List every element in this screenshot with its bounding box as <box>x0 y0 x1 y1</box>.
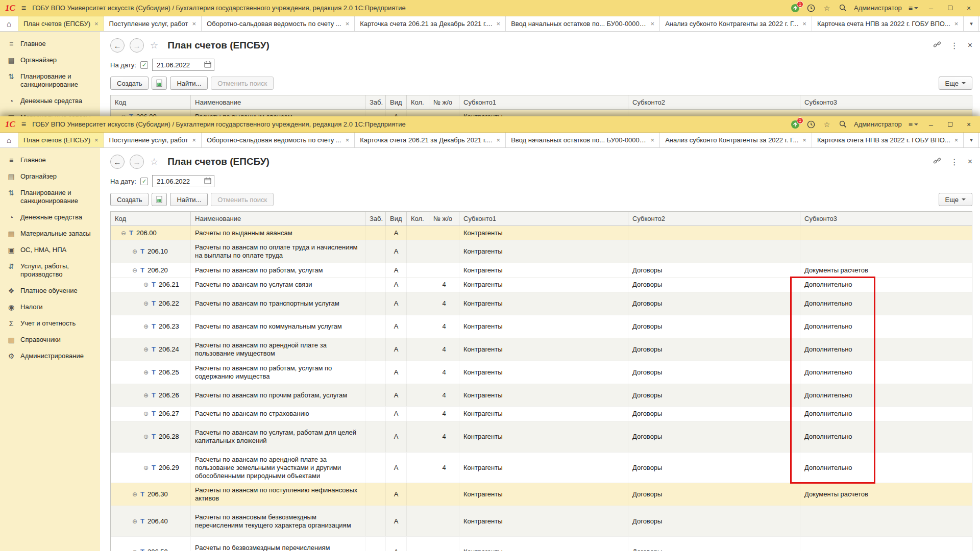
main-menu-icon[interactable]: ≡ <box>21 4 26 13</box>
column-header[interactable]: № ж/о <box>429 95 459 110</box>
tools-settings-icon[interactable]: ≡ <box>909 120 918 129</box>
search-icon[interactable] <box>838 4 847 13</box>
home-tab[interactable]: ⌂ <box>0 16 18 31</box>
tree-expand-icon[interactable]: ⊕ <box>143 345 149 354</box>
create-button[interactable]: Создать <box>110 77 149 90</box>
sidebar-item-organizer[interactable]: ▤Органайзер <box>0 52 100 68</box>
table-row[interactable]: ⊖Т206.00Расчеты по выданным авансамАКонт… <box>111 110 972 116</box>
table-row[interactable]: ⊕Т206.10Расчеты по авансам по оплате тру… <box>111 240 972 263</box>
restore-icon[interactable] <box>944 122 956 127</box>
link-icon[interactable] <box>933 157 941 167</box>
table-row[interactable]: ⊕Т206.29Расчеты по авансам по арендной п… <box>111 453 972 483</box>
date-checkbox[interactable]: ✓ <box>140 178 148 185</box>
table-row[interactable]: ⊕Т206.27Расчеты по авансам по страховани… <box>111 407 972 421</box>
sidebar-item-inventory[interactable]: ▦Материальные запасы <box>0 109 100 116</box>
tab-overflow-icon[interactable]: ▾ <box>964 16 979 31</box>
tab[interactable]: Оборотно-сальдовая ведомость по счету ..… <box>202 16 355 31</box>
tab-overflow-icon[interactable]: ▾ <box>964 133 979 147</box>
tab-close-icon[interactable]: × <box>94 136 99 144</box>
column-header[interactable]: Код <box>111 95 191 110</box>
sidebar-item-money[interactable]: ◔Денежные средства <box>0 209 100 226</box>
tab-close-icon[interactable]: × <box>954 20 959 28</box>
tree-collapse-icon[interactable]: ⊖ <box>132 266 137 274</box>
tab-close-icon[interactable]: × <box>346 20 350 28</box>
tab-close-icon[interactable]: × <box>651 20 655 28</box>
tab[interactable]: Ввод начальных остатков по... БУ00-00001… <box>506 133 660 147</box>
link-icon[interactable] <box>933 40 941 51</box>
history-icon[interactable] <box>806 4 816 13</box>
favorites-star-icon[interactable]: ☆ <box>822 120 831 129</box>
table-row[interactable]: ⊕Т206.25Расчеты по авансам по работам, у… <box>111 361 972 384</box>
table-row[interactable]: ⊕Т206.26Расчеты по авансам по прочим раб… <box>111 384 972 407</box>
tree-collapse-icon[interactable]: ⊖ <box>121 113 126 117</box>
tab-close-icon[interactable]: × <box>802 136 806 144</box>
sidebar-item-fixed-assets[interactable]: ▣ОС, НМА, НПА <box>0 242 100 258</box>
forward-button[interactable]: → <box>130 155 144 169</box>
tree-expand-icon[interactable]: ⊕ <box>143 322 149 331</box>
cancel-search-button[interactable]: Отменить поиск <box>211 193 274 206</box>
column-header[interactable]: Субконто1 <box>459 212 628 226</box>
current-user[interactable]: Администратор <box>854 120 902 128</box>
column-header[interactable]: Субконто2 <box>628 212 800 226</box>
service-messages-icon[interactable]: 1 <box>791 120 800 129</box>
sidebar-item-money[interactable]: ◔Денежные средства <box>0 93 100 109</box>
sidebar-item-taxes[interactable]: ◉Налоги <box>0 299 100 315</box>
close-form-icon[interactable]: × <box>968 41 972 50</box>
column-header[interactable]: Код <box>111 212 191 226</box>
tab-close-icon[interactable]: × <box>497 20 501 28</box>
table-row[interactable]: ⊖Т206.00Расчеты по выданным авансамАКонт… <box>111 226 972 240</box>
create-group-button[interactable] <box>152 193 167 206</box>
tab[interactable]: Карточка счета НПВ за 2022 г. ГОБУ ВПО..… <box>812 16 964 31</box>
tab[interactable]: Анализ субконто Контрагенты за 2022 г. Г… <box>660 133 812 147</box>
table-row[interactable]: ⊕Т206.28Расчеты по авансам по услугам, р… <box>111 421 972 453</box>
sidebar-item-reporting[interactable]: ΣУчет и отчетность <box>0 315 100 332</box>
close-form-icon[interactable]: × <box>968 157 972 166</box>
forward-button[interactable]: → <box>130 38 144 53</box>
column-header[interactable]: Кол. <box>407 212 429 226</box>
search-icon[interactable] <box>838 120 847 129</box>
sidebar-item-administration[interactable]: ⚙Администрирование <box>0 348 100 364</box>
more-button[interactable]: Еще <box>939 77 972 90</box>
calendar-icon[interactable] <box>204 177 211 186</box>
tree-expand-icon[interactable]: ⊕ <box>132 490 137 498</box>
date-input[interactable]: 21.06.2022 <box>152 59 214 71</box>
tab[interactable]: Анализ субконто Контрагенты за 2022 г. Г… <box>660 16 812 31</box>
sidebar-item-education[interactable]: ❖Платное обучение <box>0 283 100 299</box>
tree-expand-icon[interactable]: ⊕ <box>143 281 149 289</box>
tab[interactable]: Поступление услуг, работ× <box>104 16 202 31</box>
tab-close-icon[interactable]: × <box>192 136 197 144</box>
favorites-star-icon[interactable]: ☆ <box>822 4 831 13</box>
home-tab[interactable]: ⌂ <box>0 133 18 147</box>
sidebar-item-services[interactable]: ⇵Услуги, работы, производство <box>0 258 100 283</box>
main-menu-icon[interactable]: ≡ <box>21 120 26 129</box>
column-header[interactable]: Вид <box>386 212 407 226</box>
tree-expand-icon[interactable]: ⊕ <box>143 433 149 441</box>
tab[interactable]: Поступление услуг, работ× <box>104 133 202 147</box>
column-header[interactable]: Заб. <box>365 212 386 226</box>
sidebar-item-inventory[interactable]: ▦Материальные запасы <box>0 226 100 242</box>
favorite-star-icon[interactable]: ☆ <box>150 156 158 167</box>
tree-expand-icon[interactable]: ⊕ <box>143 410 149 418</box>
tab[interactable]: План счетов (ЕПСБУ)× <box>18 16 104 31</box>
tab[interactable]: Ввод начальных остатков по... БУ00-00001… <box>506 16 660 31</box>
tab[interactable]: Карточка счета НПВ за 2022 г. ГОБУ ВПО..… <box>812 133 964 147</box>
tree-expand-icon[interactable]: ⊕ <box>132 247 137 256</box>
sidebar-item-glavnoe[interactable]: ≡Главное <box>0 36 100 52</box>
tree-collapse-icon[interactable]: ⊖ <box>121 229 126 237</box>
favorite-star-icon[interactable]: ☆ <box>150 40 158 51</box>
date-checkbox[interactable]: ✓ <box>140 61 148 69</box>
table-row[interactable]: ⊕Т206.50Расчеты по безвозмездным перечис… <box>111 537 972 551</box>
more-menu-icon[interactable]: ⋮ <box>950 157 959 167</box>
restore-icon[interactable] <box>944 6 956 10</box>
close-window-icon[interactable]: × <box>963 4 975 12</box>
find-button[interactable]: Найти... <box>170 77 208 90</box>
sidebar-item-catalogs[interactable]: ▥Справочники <box>0 332 100 348</box>
sidebar-item-glavnoe[interactable]: ≡Главное <box>0 152 100 168</box>
tab-close-icon[interactable]: × <box>497 136 501 144</box>
history-icon[interactable] <box>806 120 816 129</box>
tree-expand-icon[interactable]: ⊕ <box>143 391 149 399</box>
calendar-icon[interactable] <box>204 61 211 69</box>
column-header[interactable]: Заб. <box>365 95 386 110</box>
tab-close-icon[interactable]: × <box>802 20 806 28</box>
current-user[interactable]: Администратор <box>854 4 902 12</box>
